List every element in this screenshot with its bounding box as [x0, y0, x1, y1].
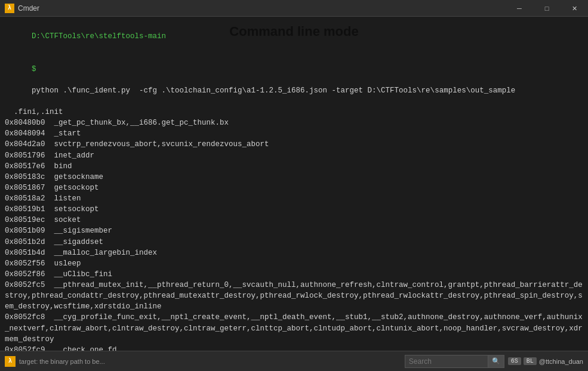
command-text: [32, 76, 36, 84]
output-line: 0x80519ec socket: [5, 215, 583, 225]
status-bar: λ target: the binary path to be... 🔍 6S …: [0, 351, 588, 371]
prompt-symbol: $: [32, 65, 36, 73]
app-icon: λ: [5, 4, 14, 13]
user-label: @ttchina_duan: [539, 358, 583, 365]
search-area: 🔍: [405, 355, 504, 368]
output-line: 0x8051b4d __malloc_largebin_index: [5, 248, 583, 258]
output-line: 0x8052fc9 __check_one_fd: [5, 345, 583, 351]
output-line: 0x8048094 _start: [5, 128, 583, 139]
output-line: 0x80517e6 bind: [5, 161, 583, 172]
output-line: 0x80519b1 setsockopt: [5, 204, 583, 215]
window-title: Cmder: [18, 4, 39, 13]
badge-bl: BL: [524, 357, 537, 365]
output-line: 0x8052f86 __uClibc_fini: [5, 269, 583, 280]
status-text: target: the binary path to be...: [19, 358, 405, 365]
output-line: 0x8051867 getsockopt: [5, 183, 583, 193]
title-bar: λ Cmder ─ □ ✕: [0, 0, 588, 17]
output-line: 0x804d2a0 svctrp_rendezvous_abort,svcuni…: [5, 139, 583, 150]
search-button[interactable]: 🔍: [488, 355, 504, 368]
output-line: 0x8052f56 usleep: [5, 258, 583, 269]
close-button[interactable]: ✕: [561, 0, 588, 17]
output-line: 0x8052fc5 __pthread_mutex_init,__pthread…: [5, 280, 583, 312]
search-input[interactable]: [405, 355, 488, 368]
output-line: 0x8051796 inet_addr: [5, 150, 583, 161]
command-line: $ python .\func_ident.py -cfg .\toolchai…: [5, 52, 583, 107]
maximize-button[interactable]: □: [533, 0, 561, 17]
cwd-line: D:\CTFTools\re\stelftools-main: [5, 20, 583, 52]
output-line: 0x80480b0 _get_pc_thunk_bx,__i686.get_pc…: [5, 118, 583, 128]
output-line: 0x80518a2 listen: [5, 193, 583, 204]
output-line: 0x8052fc8 __cyg_profile_func_exit,__nptl…: [5, 312, 583, 344]
terminal-content: D:\CTFTools\re\stelftools-main $ python …: [0, 17, 588, 351]
output-line: 0x8051b2d __sigaddset: [5, 237, 583, 248]
status-badges: 6S BL @ttchina_duan: [508, 357, 583, 365]
status-icon: λ: [5, 356, 16, 367]
output-line: 0x805183c getsockname: [5, 172, 583, 183]
output-lines: .fini,.init0x80480b0 _get_pc_thunk_bx,__…: [5, 107, 583, 351]
window-controls: ─ □ ✕: [506, 0, 588, 17]
output-line: 0x8051b09 __sigismember: [5, 225, 583, 236]
cwd-path: D:\CTFTools\re\stelftools-main: [32, 32, 166, 41]
output-line: .fini,.init: [5, 107, 583, 118]
terminal-window[interactable]: Command line mode D:\CTFTools\re\stelfto…: [0, 17, 588, 351]
command-full: python .\func_ident.py -cfg .\toolchain_…: [32, 86, 515, 95]
badge-6s: 6S: [508, 357, 521, 365]
minimize-button[interactable]: ─: [506, 0, 533, 17]
